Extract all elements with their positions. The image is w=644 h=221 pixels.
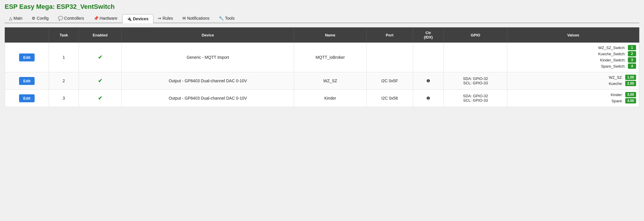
value-row: Spare:4.00: [510, 98, 636, 103]
page-title: ESP Easy Mega: ESP32_VentSwitch: [5, 3, 639, 11]
col-gpio: GPIO: [444, 28, 507, 43]
config-icon: ⚙: [32, 16, 35, 21]
value-label: Kinder:: [510, 93, 623, 97]
value-row: WZ_SZ_Switch:1: [510, 45, 636, 50]
hardware-icon: 📌: [94, 16, 99, 21]
value-badge: 4.00: [625, 98, 636, 103]
nav-tab-controllers[interactable]: 💬Controllers: [54, 14, 89, 23]
device-label-1: MQTT_ioBroker: [294, 43, 366, 72]
ctr-idx-3: ❶: [413, 90, 444, 107]
port-3: I2C 0x58: [366, 90, 413, 107]
value-row: Kinder_Switch:3: [510, 57, 636, 63]
table-header: Task Enabled Device Name Port Ctr(IDX) G…: [5, 28, 639, 43]
edit-button-3[interactable]: Edit: [19, 94, 35, 102]
values-cell-1: WZ_SZ_Switch:1Kueche_Switch:2Kinder_Swit…: [507, 43, 639, 72]
table-row: Edit3✔Output - GP8403 Dual-channel DAC 0…: [5, 90, 639, 107]
nav-tab-label-main: Main: [13, 16, 22, 21]
edit-cell-1: Edit: [5, 43, 49, 72]
port-2: I2C 0x5F: [366, 72, 413, 90]
col-name: Name: [294, 28, 366, 43]
nav-tab-label-devices: Devices: [133, 16, 148, 21]
table-row: Edit1✔Generic - MQTT ImportMQTT_ioBroker…: [5, 43, 639, 72]
value-row: Kueche_Switch:2: [510, 51, 636, 56]
task-number-1: 1: [49, 43, 79, 72]
checkmark-icon: ✔: [98, 54, 102, 60]
port-1: [366, 43, 413, 72]
nav-tab-rules[interactable]: ⇒Rules: [153, 14, 178, 23]
value-label: Kueche_Switch:: [510, 52, 626, 56]
navigation: △Main⚙Config💬Controllers📌Hardware🔌Device…: [5, 14, 639, 23]
edit-button-2[interactable]: Edit: [19, 77, 35, 85]
edit-cell-3: Edit: [5, 90, 49, 107]
value-row: Kinder:3.00: [510, 92, 636, 97]
task-number-2: 2: [49, 72, 79, 90]
col-port: Port: [366, 28, 413, 43]
values-cell-2: WZ_SZ:1.00Kueche:2.00: [507, 72, 639, 90]
enabled-cell-2: ✔: [79, 72, 121, 90]
nav-tab-label-notifications: Notifications: [187, 16, 209, 21]
nav-tab-main[interactable]: △Main: [5, 14, 27, 23]
devices-icon: 🔌: [127, 16, 132, 21]
gpio-3: SDA: GPIO-32SCL: GPIO-33: [444, 90, 507, 107]
task-number-3: 3: [49, 90, 79, 107]
nav-tab-label-rules: Rules: [162, 16, 173, 21]
value-label: Kinder_Switch:: [510, 58, 626, 62]
device-name-2: Output - GP8403 Dual-channel DAC 0-10V: [121, 72, 294, 90]
value-badge: 3.00: [625, 92, 636, 97]
main-icon: △: [9, 16, 12, 21]
checkmark-icon: ✔: [98, 78, 102, 84]
device-label-3: Kinder: [294, 90, 366, 107]
value-badge: 4: [628, 63, 636, 69]
value-label: WZ_SZ:: [510, 75, 623, 80]
col-edit: [5, 28, 49, 43]
edit-button-1[interactable]: Edit: [19, 53, 35, 61]
value-label: WZ_SZ_Switch:: [510, 46, 626, 50]
value-row: WZ_SZ:1.00: [510, 75, 636, 80]
gpio-2: SDA: GPIO-32SCL: GPIO-33: [444, 72, 507, 90]
col-task: Task: [49, 28, 79, 43]
nav-tab-config[interactable]: ⚙Config: [27, 14, 53, 23]
enabled-cell-3: ✔: [79, 90, 121, 107]
edit-cell-2: Edit: [5, 72, 49, 90]
controllers-icon: 💬: [58, 16, 63, 21]
table-row: Edit2✔Output - GP8403 Dual-channel DAC 0…: [5, 72, 639, 90]
rules-icon: ⇒: [158, 16, 161, 21]
table-body: Edit1✔Generic - MQTT ImportMQTT_ioBroker…: [5, 43, 639, 107]
enabled-cell-1: ✔: [79, 43, 121, 72]
col-device: Device: [121, 28, 294, 43]
values-cell-3: Kinder:3.00Spare:4.00: [507, 90, 639, 107]
checkmark-icon: ✔: [98, 95, 102, 101]
nav-tab-tools[interactable]: 🔧Tools: [214, 14, 240, 23]
gpio-1: [444, 43, 507, 72]
value-badge: 3: [628, 57, 636, 63]
value-label: Spare_Switch:: [510, 64, 626, 68]
nav-tab-label-hardware: Hardware: [100, 16, 118, 21]
device-name-3: Output - GP8403 Dual-channel DAC 0-10V: [121, 90, 294, 107]
value-badge: 2.00: [625, 81, 636, 86]
ctr-idx-2: ❶: [413, 72, 444, 90]
nav-tab-label-controllers: Controllers: [64, 16, 84, 21]
col-ctr: Ctr(IDX): [413, 28, 444, 43]
notifications-icon: ✉: [182, 16, 186, 21]
nav-tab-label-tools: Tools: [225, 16, 235, 21]
nav-tab-hardware[interactable]: 📌Hardware: [89, 14, 123, 23]
col-values: Values: [507, 28, 639, 43]
value-badge: 1.00: [625, 75, 636, 80]
value-label: Kueche:: [510, 81, 623, 86]
nav-tab-notifications[interactable]: ✉Notifications: [178, 14, 214, 23]
value-row: Spare_Switch:4: [510, 63, 636, 69]
value-badge: 2: [628, 51, 636, 56]
device-label-2: WZ_SZ: [294, 72, 366, 90]
value-label: Spare:: [510, 99, 623, 103]
device-name-1: Generic - MQTT Import: [121, 43, 294, 72]
nav-tab-label-config: Config: [37, 16, 48, 21]
value-row: Kueche:2.00: [510, 81, 636, 86]
tools-icon: 🔧: [219, 16, 224, 21]
ctr-idx-1: [413, 43, 444, 72]
devices-table: Task Enabled Device Name Port Ctr(IDX) G…: [5, 27, 639, 107]
col-enabled: Enabled: [79, 28, 121, 43]
nav-tab-devices[interactable]: 🔌Devices: [122, 14, 153, 23]
value-badge: 1: [628, 45, 636, 50]
